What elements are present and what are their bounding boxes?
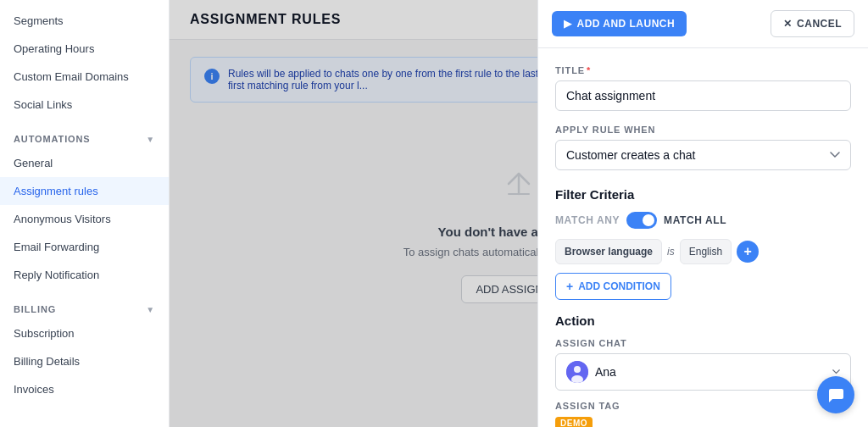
add-condition-label: ADD CONDITION (578, 280, 660, 292)
apply-rule-select[interactable]: Customer creates a chat Customer sends a… (555, 140, 851, 170)
demo-tag: DEMO (555, 417, 593, 427)
assign-tag-label-wrapper: ASSIGN TAG DEMO (555, 401, 851, 427)
sidebar-item-segments[interactable]: Segments (0, 7, 169, 35)
sidebar-section-automations: AUTOMATIONS ▼ General Assignment rules A… (0, 125, 169, 289)
chat-widget[interactable] (817, 376, 854, 413)
filter-field-tag[interactable]: Browser language (555, 239, 662, 264)
assign-tag-label: ASSIGN TAG (555, 401, 851, 411)
assign-chat-select[interactable]: Ana (555, 353, 851, 391)
filter-value-tag[interactable]: English (680, 239, 732, 264)
cancel-label: CANCEL (797, 18, 842, 30)
svg-point-1 (574, 366, 581, 373)
required-indicator: * (587, 65, 591, 75)
plus-icon: + (566, 280, 573, 293)
sidebar-item-reply-notification[interactable]: Reply Notification (0, 261, 169, 289)
add-and-launch-button[interactable]: ▶ ADD AND LAUNCH (552, 11, 687, 36)
add-condition-button[interactable]: + ADD CONDITION (555, 273, 671, 300)
sidebar-section-segments: Segments Operating Hours Custom Email Do… (0, 7, 169, 119)
sidebar-section-billing: BILLING ▼ Subscription Billing Details I… (0, 296, 169, 403)
billing-section-label: BILLING (14, 304, 56, 314)
match-all-label: MATCH ALL (664, 214, 726, 226)
billing-chevron-icon[interactable]: ▼ (146, 305, 155, 314)
sidebar-item-subscription[interactable]: Subscription (0, 319, 169, 347)
sidebar-item-social-links[interactable]: Social Links (0, 91, 169, 119)
sidebar-item-general[interactable]: General (0, 149, 169, 177)
action-section: Action ASSIGN CHAT Ana ASSIGN TAG DEMO (555, 313, 851, 427)
match-toggle[interactable] (626, 212, 657, 229)
apply-rule-field-label: APPLY RULE WHEN (555, 125, 851, 135)
panel-header: ▶ ADD AND LAUNCH ✕ CANCEL (538, 0, 868, 48)
filter-criteria-section: Filter Criteria MATCH ANY MATCH ALL Brow… (555, 187, 851, 300)
assignment-panel: ▶ ADD AND LAUNCH ✕ CANCEL TITLE* APPLY R… (537, 0, 868, 427)
x-icon: ✕ (783, 18, 792, 30)
assign-chat-value: Ana (595, 365, 616, 379)
sidebar-item-custom-email-domains[interactable]: Custom Email Domains (0, 63, 169, 91)
title-input[interactable] (555, 80, 851, 111)
filter-add-button[interactable]: + (737, 241, 759, 263)
panel-body: TITLE* APPLY RULE WHEN Customer creates … (538, 48, 868, 427)
title-label-text: TITLE (555, 65, 585, 75)
play-icon: ▶ (564, 18, 571, 30)
filter-match-row: MATCH ANY MATCH ALL (555, 212, 851, 229)
sidebar-item-anonymous-visitors[interactable]: Anonymous Visitors (0, 205, 169, 233)
avatar (566, 361, 588, 383)
chat-icon (826, 385, 845, 404)
match-any-label: MATCH ANY (555, 214, 620, 226)
sidebar-item-invoices[interactable]: Invoices (0, 375, 169, 403)
title-field-label: TITLE* (555, 65, 851, 75)
add-launch-label: ADD AND LAUNCH (576, 18, 675, 30)
cancel-button[interactable]: ✕ CANCEL (771, 10, 854, 37)
filter-operator: is (667, 246, 675, 258)
main-content: ASSIGNMENT RULES i Rules will be applied… (170, 0, 868, 427)
sidebar-item-billing-details[interactable]: Billing Details (0, 347, 169, 375)
automations-chevron-icon[interactable]: ▼ (146, 135, 155, 144)
filter-condition-row: Browser language is English + (555, 239, 851, 264)
sidebar-item-operating-hours[interactable]: Operating Hours (0, 35, 169, 63)
sidebar-item-email-forwarding[interactable]: Email Forwarding (0, 233, 169, 261)
automations-section-label: AUTOMATIONS (14, 134, 91, 144)
sidebar-item-assignment-rules[interactable]: Assignment rules (0, 177, 169, 205)
action-title: Action (555, 313, 851, 328)
assign-chat-label: ASSIGN CHAT (555, 338, 851, 348)
filter-criteria-title: Filter Criteria (555, 187, 851, 202)
sidebar: Segments Operating Hours Custom Email Do… (0, 0, 170, 427)
